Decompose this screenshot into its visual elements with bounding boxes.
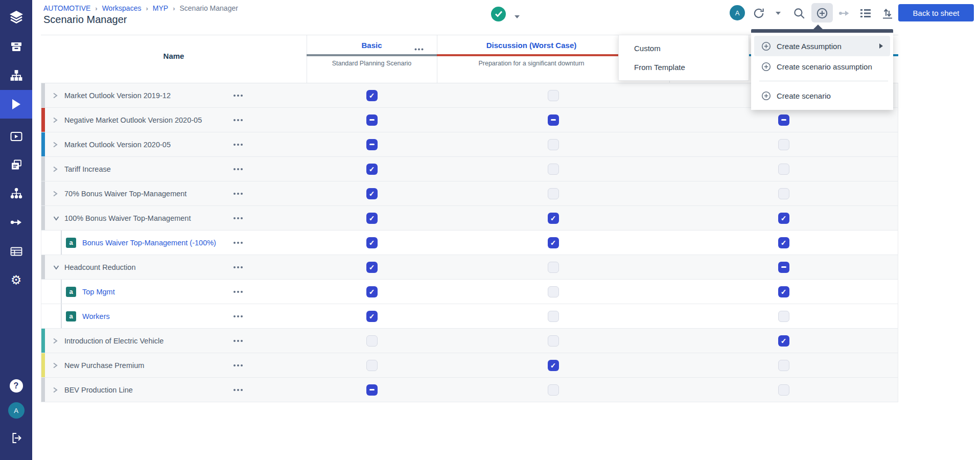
assumption-name-link[interactable]: Workers	[82, 312, 110, 320]
menu-item-create-scenario[interactable]: Create scenario	[754, 85, 890, 106]
breadcrumb-link[interactable]: Workspaces	[102, 4, 142, 12]
scenario-checkbox-indeterminate[interactable]	[366, 384, 378, 396]
scenario-checkbox-checked[interactable]	[778, 213, 789, 224]
row-menu-button[interactable]	[234, 95, 243, 97]
scenario-checkbox-unchecked[interactable]	[548, 164, 559, 175]
status-check-icon[interactable]	[491, 7, 506, 21]
scenario-checkbox-checked[interactable]	[548, 237, 559, 248]
toolbar-user-avatar[interactable]: A	[730, 5, 745, 20]
row-menu-button[interactable]	[234, 119, 243, 121]
sitemap-icon[interactable]	[0, 64, 32, 87]
refresh-icon[interactable]	[751, 6, 766, 21]
collapse-chevron-icon[interactable]	[53, 216, 60, 221]
scenario-checkbox-checked[interactable]	[548, 213, 559, 224]
expand-chevron-icon[interactable]	[53, 362, 58, 369]
menu-item-create-assumption[interactable]: Create Assumption	[754, 36, 890, 56]
scenario-checkbox-checked[interactable]	[778, 286, 789, 297]
import-export-icon[interactable]	[880, 6, 895, 21]
scenario-checkbox-unchecked[interactable]	[548, 335, 559, 347]
scenario-checkbox-indeterminate[interactable]	[366, 114, 378, 126]
expand-chevron-icon[interactable]	[53, 117, 58, 124]
menu-item-create-scenario-assumption[interactable]: Create scenario assumption	[754, 56, 890, 77]
row-menu-button[interactable]	[234, 217, 243, 219]
scenario-checkbox-checked[interactable]	[366, 286, 378, 297]
collapse-chevron-icon[interactable]	[53, 265, 60, 270]
sidebar-item-scenario-manager-active[interactable]	[0, 90, 32, 119]
row-menu-button[interactable]	[234, 242, 243, 244]
sidebar-user-avatar[interactable]: A	[0, 399, 32, 422]
scenario-checkbox-checked[interactable]	[366, 90, 378, 101]
assumption-name-link[interactable]: Top Mgmt	[82, 288, 115, 296]
expand-chevron-icon[interactable]	[53, 92, 58, 99]
scenario-checkbox-unchecked[interactable]	[548, 286, 559, 297]
row-menu-button[interactable]	[234, 315, 243, 317]
row-menu-button[interactable]	[234, 193, 243, 195]
play-square-icon[interactable]	[0, 125, 32, 148]
scenario-checkbox-indeterminate[interactable]	[778, 114, 789, 126]
back-to-sheet-button[interactable]: Back to sheet	[898, 4, 974, 21]
logout-icon[interactable]	[0, 427, 32, 449]
breadcrumb-link[interactable]: MYP	[153, 4, 168, 12]
row-menu-button[interactable]	[234, 340, 243, 342]
add-icon[interactable]	[814, 6, 830, 21]
gear-icon[interactable]: ⚙	[0, 269, 32, 291]
list-icon[interactable]	[858, 6, 873, 21]
scenario-checkbox-indeterminate[interactable]	[366, 139, 378, 150]
row-menu-button[interactable]	[234, 144, 243, 146]
scenario-checkbox-checked[interactable]	[366, 213, 378, 224]
scenario-checkbox-unchecked[interactable]	[548, 384, 559, 396]
scenario-checkbox-checked[interactable]	[366, 188, 378, 199]
submenu-item[interactable]: From Template	[619, 58, 749, 77]
scenario-checkbox-checked[interactable]	[778, 237, 789, 248]
expand-chevron-icon[interactable]	[53, 337, 58, 344]
scenario-checkbox-unchecked[interactable]	[548, 139, 559, 150]
help-icon[interactable]: ?	[0, 375, 32, 397]
scenario-column-title[interactable]: Discussion (Worst Case)	[437, 41, 626, 50]
scenario-checkbox-checked[interactable]	[778, 335, 789, 347]
table-icon[interactable]	[0, 240, 32, 263]
scenario-checkbox-unchecked[interactable]	[548, 188, 559, 199]
row-menu-button[interactable]	[234, 266, 243, 268]
scenario-checkbox-unchecked[interactable]	[548, 311, 559, 322]
checkbox-cell	[437, 206, 669, 230]
scenario-checkbox-unchecked[interactable]	[366, 335, 378, 347]
status-caret-icon[interactable]	[514, 12, 520, 21]
assumption-name-link[interactable]: Bonus Waiver Top-Management (-100%)	[82, 239, 216, 247]
scenario-checkbox-unchecked[interactable]	[778, 384, 789, 396]
search-icon[interactable]	[791, 6, 807, 21]
scenario-checkbox-checked[interactable]	[366, 311, 378, 322]
row-menu-button[interactable]	[234, 168, 243, 170]
scenario-checkbox-indeterminate[interactable]	[548, 114, 559, 126]
scenario-checkbox-unchecked[interactable]	[548, 262, 559, 273]
row-menu-button[interactable]	[234, 364, 243, 366]
app-logo-icon[interactable]	[0, 6, 32, 29]
archive-icon[interactable]	[0, 36, 32, 58]
scenario-checkbox-unchecked[interactable]	[778, 360, 789, 371]
submenu-item[interactable]: Custom	[619, 39, 749, 58]
scenario-checkbox-indeterminate[interactable]	[778, 262, 789, 273]
scenario-checkbox-unchecked[interactable]	[778, 164, 789, 175]
scenario-checkbox-unchecked[interactable]	[366, 360, 378, 371]
scenario-checkbox-unchecked[interactable]	[778, 139, 789, 150]
flow-arrow-icon[interactable]	[0, 211, 32, 234]
scenario-checkbox-unchecked[interactable]	[778, 188, 789, 199]
copy-pages-icon[interactable]	[0, 154, 32, 176]
scenario-checkbox-checked[interactable]	[548, 360, 559, 371]
indent-guide	[61, 280, 62, 304]
model-network-icon[interactable]	[0, 182, 32, 205]
scenario-checkbox-checked[interactable]	[366, 164, 378, 175]
scenario-checkbox-unchecked[interactable]	[778, 311, 789, 322]
scenario-checkbox-unchecked[interactable]	[548, 90, 559, 101]
expand-chevron-icon[interactable]	[53, 190, 58, 197]
column-menu-button[interactable]	[414, 43, 424, 53]
expand-chevron-icon[interactable]	[53, 386, 58, 394]
expand-chevron-icon[interactable]	[53, 166, 58, 173]
breadcrumb-link[interactable]: AUTOMOTIVE	[43, 4, 90, 12]
caret-down-icon[interactable]	[771, 6, 786, 21]
row-menu-button[interactable]	[234, 389, 243, 391]
row-menu-button[interactable]	[234, 291, 243, 293]
scenario-checkbox-checked[interactable]	[366, 262, 378, 273]
flow-arrow-disabled-icon[interactable]	[837, 6, 852, 21]
expand-chevron-icon[interactable]	[53, 141, 58, 148]
scenario-checkbox-checked[interactable]	[366, 237, 378, 248]
